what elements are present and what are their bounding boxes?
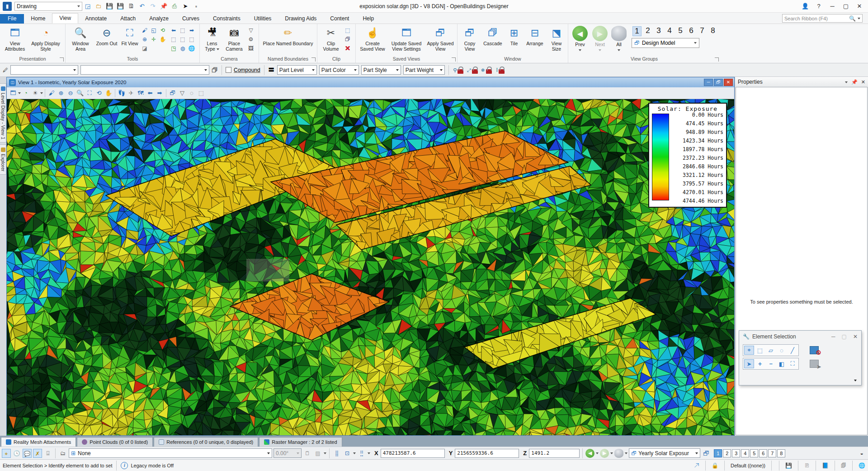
tab-attach[interactable]: Attach xyxy=(113,14,142,24)
dialog-maximize-icon[interactable]: ▢ xyxy=(842,333,847,340)
select-block-icon[interactable]: ⬚ xyxy=(755,346,765,355)
level-display-tab[interactable]: Level Display - View 1 xyxy=(0,83,6,143)
create-saved-view-button[interactable]: ☝ Create Saved View xyxy=(358,25,387,52)
tab-raster-manager[interactable]: Raster Manager : 2 of 2 listed xyxy=(259,437,342,447)
layers-icon[interactable]: 🗇 xyxy=(212,67,218,74)
active-tool-combo[interactable]: Drawing xyxy=(14,2,82,11)
dialog-launcher-icon[interactable] xyxy=(715,57,719,62)
print-icon[interactable]: ⎙ xyxy=(170,1,179,11)
select-all-icon[interactable]: ➤ xyxy=(810,360,819,368)
hatch-icon[interactable]: ▨ xyxy=(313,449,322,458)
level-list-icon[interactable]: 🗂 xyxy=(58,449,67,458)
clip-mask-icon[interactable]: ⬚ xyxy=(344,26,352,34)
tab-home[interactable]: Home xyxy=(24,14,52,24)
copy-view-icon[interactable]: 🗗 xyxy=(168,89,177,98)
view-toggle-1[interactable]: 1 xyxy=(714,449,722,457)
view-previous-icon[interactable]: ⬅ xyxy=(146,89,155,98)
sphere-icon[interactable]: ◍ xyxy=(179,44,187,52)
tab-curves[interactable]: Curves xyxy=(175,14,206,24)
view-toggle-6[interactable]: 6 xyxy=(759,449,767,457)
chevron-down-icon[interactable] xyxy=(596,452,599,454)
pan-view-icon[interactable]: ✋ xyxy=(159,35,167,43)
part-weight-combo[interactable]: Part Weight xyxy=(403,65,445,75)
view-toggle-8[interactable]: 8 xyxy=(777,449,785,457)
panel-menu-icon[interactable] xyxy=(845,81,848,83)
save-icon[interactable]: 💾 xyxy=(104,1,114,11)
dialog-minimize-icon[interactable]: ─ xyxy=(831,333,835,340)
snap-lock-toggle[interactable]: ❄ xyxy=(481,66,492,74)
view-toggle-2[interactable]: 2 xyxy=(723,449,731,457)
chevron-down-icon[interactable] xyxy=(353,452,356,454)
x-coordinate-field[interactable]: 478213587.6 xyxy=(381,449,445,458)
save-status-icon[interactable]: 💾 xyxy=(785,462,792,469)
view-number-1[interactable]: 1 xyxy=(632,26,642,36)
fit-view-icon[interactable]: ⛶ xyxy=(85,89,94,98)
clipboard-icon[interactable]: 🗐 xyxy=(841,462,846,469)
view-windows-icon[interactable]: 🗗 xyxy=(702,449,711,458)
redo-icon[interactable]: ↷ xyxy=(148,1,158,11)
mode-new-icon[interactable]: ➤ xyxy=(744,359,754,368)
fly-icon[interactable]: ✈ xyxy=(127,89,136,98)
v8-file-icon[interactable]: ◲ xyxy=(83,1,93,11)
prev-view-group-icon[interactable]: ◀ xyxy=(585,449,594,458)
view-number-3[interactable]: 3 xyxy=(654,26,663,36)
tab-file[interactable]: File xyxy=(0,14,24,24)
view-number-6[interactable]: 6 xyxy=(687,26,696,36)
tab-utilities[interactable]: Utilities xyxy=(247,14,278,24)
view-toggle-4[interactable]: 4 xyxy=(741,449,749,457)
view-attributes-button[interactable]: 🗔 View Attributes xyxy=(2,25,28,52)
pin-icon[interactable]: 📌 xyxy=(851,79,858,85)
all-view-groups-icon[interactable] xyxy=(614,449,623,458)
view-attributes-icon[interactable]: 🗔 xyxy=(9,89,18,98)
cube-iso-icon[interactable]: ⬚ xyxy=(179,35,187,43)
dialog-close-icon[interactable]: ✕ xyxy=(853,333,858,340)
qat-more-icon[interactable]: ⹀ xyxy=(191,1,201,11)
lock-status-icon[interactable]: 🔒 xyxy=(712,462,718,469)
view-toggle-3[interactable]: 3 xyxy=(732,449,740,457)
axis-lock-toggle[interactable]: ⤢ xyxy=(467,66,478,74)
camera-settings-icon[interactable]: ⚙ xyxy=(247,35,255,43)
mode-all-icon[interactable]: ⛶ xyxy=(788,359,797,368)
properties-header[interactable]: Properties 📌 ✕ xyxy=(735,77,868,87)
accusnap-toggle-icon[interactable]: ⌖ xyxy=(2,449,11,458)
chevron-down-icon[interactable] xyxy=(625,452,627,454)
tile-button[interactable]: ⊞ Tile xyxy=(505,25,523,47)
grid-dots-icon[interactable]: ⣿ xyxy=(332,449,341,458)
dialog-launcher-icon[interactable] xyxy=(60,57,64,62)
grid-layers-icon[interactable]: ⣛ xyxy=(357,449,366,458)
eyedropper-icon[interactable]: 🖉 xyxy=(3,67,8,73)
update-saved-view-button[interactable]: 🗔 Update Saved View Settings xyxy=(387,25,425,52)
view-frustum-icon[interactable]: ▽ xyxy=(247,26,255,34)
ribbon-search-input[interactable]: Search Ribbon (F4) 🔍 xyxy=(782,14,863,23)
copy-view-button[interactable]: 🗗 Copy View xyxy=(459,25,480,52)
clip-cube-icon[interactable]: 🗇 xyxy=(344,35,352,43)
window-list-icon[interactable]: ◒ xyxy=(857,449,866,458)
view-number-4[interactable]: 4 xyxy=(665,26,674,36)
zoom-out-button[interactable]: ⊖ Zoom Out xyxy=(94,25,120,47)
zoom-out-icon[interactable]: ⊖ xyxy=(66,89,75,98)
snap-hint-icon[interactable]: 💬 xyxy=(23,449,32,458)
green-cube-icon[interactable]: ◳ xyxy=(170,44,178,52)
cube-top-icon[interactable]: ⬚ xyxy=(179,26,187,34)
clip-volume-icon[interactable]: ▽ xyxy=(178,89,187,98)
clip-mask-icon[interactable]: ◌ xyxy=(187,89,196,98)
view-previous-icon[interactable]: ⬅ xyxy=(170,26,178,34)
select-shape-icon[interactable]: ▱ xyxy=(766,346,776,355)
dialog-expand-icon[interactable] xyxy=(854,380,857,381)
apply-saved-view-button[interactable]: 🗗 Apply Saved View xyxy=(425,25,455,52)
select-line-icon[interactable]: ╱ xyxy=(788,346,797,355)
zoom-in-icon[interactable]: ⊕ xyxy=(57,89,66,98)
apply-display-style-button[interactable]: ◔ Apply Display Style xyxy=(28,25,63,52)
clip-delete-icon[interactable]: 🗙 xyxy=(344,44,352,52)
lens-type-button[interactable]: 🎥︎ Lens Type xyxy=(202,25,222,52)
tab-references[interactable]: References (0 of 0 unique, 0 displayed) xyxy=(154,437,258,447)
chevron-down-icon[interactable] xyxy=(40,92,43,94)
active-snap-combo[interactable]: ⊞ None xyxy=(69,448,272,458)
tab-view[interactable]: View xyxy=(52,13,78,24)
view-toggle-7[interactable]: 7 xyxy=(768,449,776,457)
help-button[interactable]: ? xyxy=(812,1,826,11)
active-family-combo[interactable] xyxy=(80,65,209,75)
view-close-button[interactable]: ✕ xyxy=(724,79,733,86)
snap-history-icon[interactable]: 🕓 xyxy=(12,449,21,458)
view-number-2[interactable]: 2 xyxy=(643,26,652,36)
